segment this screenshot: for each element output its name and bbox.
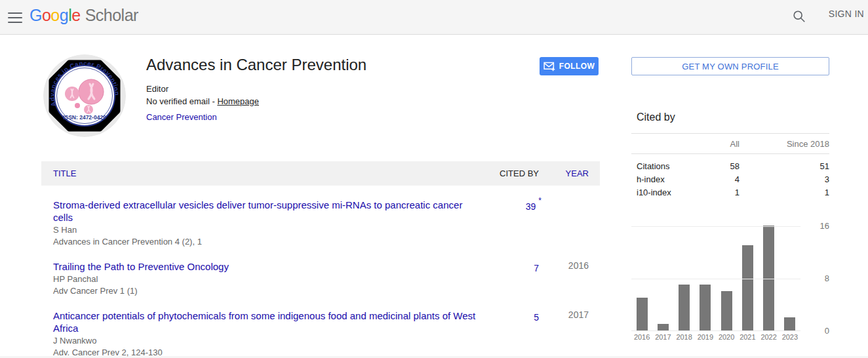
chart-year-label: 2018 (674, 333, 695, 341)
chart-y-tick-label: 8 (814, 273, 829, 283)
sort-by-cited-header[interactable]: CITED BY (480, 169, 539, 178)
chart-bar-2023[interactable] (784, 226, 795, 330)
chart-gridline (631, 279, 800, 279)
follow-button-label: FOLLOW (559, 62, 595, 71)
google-scholar-logo[interactable]: GoogleScholar (30, 6, 138, 25)
profile-email-line: No verified email - Homepage (146, 95, 513, 108)
article-title-link[interactable]: Anticancer potentials of phytochemicals … (53, 309, 480, 334)
scholar-logo-word: Scholar (85, 6, 138, 24)
profile-avatar[interactable]: Advances in Cancer Prevention ISSN: 2472… (43, 54, 126, 137)
homepage-link[interactable]: Homepage (217, 96, 259, 106)
chart-y-tick-label: 0 (814, 326, 829, 336)
chart-year-label: 2022 (759, 333, 779, 341)
interest-link-cancer-prevention[interactable]: Cancer Prevention (146, 112, 217, 122)
sort-by-year-header[interactable]: YEAR (539, 169, 600, 178)
get-my-own-profile-button[interactable]: GET MY OWN PROFILE (631, 57, 829, 75)
sort-by-title-header[interactable]: TITLE (41, 169, 480, 178)
hamburger-menu-icon[interactable] (7, 9, 24, 25)
email-status-text: No verified email - (146, 96, 217, 106)
stat-since-value: 51 (740, 160, 829, 173)
chart-bar-rect[interactable] (742, 245, 753, 330)
stat-all-value: 58 (687, 160, 740, 173)
col-all-label: All (687, 139, 740, 149)
chart-year-label: 2021 (737, 333, 758, 341)
article-year: 2016 (539, 260, 600, 296)
chart-year-label: 2016 (631, 333, 652, 341)
profile-info: Advances in Cancer Prevention Editor No … (146, 56, 513, 123)
chart-bar-rect[interactable] (700, 285, 711, 330)
stat-row-i10-index: i10-index 1 1 (631, 186, 829, 199)
cited-by-count-link[interactable]: 5 (534, 312, 539, 323)
follow-envelope-icon (543, 62, 555, 71)
article-venue: Advances in Cancer Prevention 4 (2), 1 (53, 237, 480, 247)
chart-year-label: 2019 (695, 333, 716, 341)
stat-label[interactable]: h-index (631, 173, 687, 186)
chart-bar-2017[interactable] (658, 226, 669, 330)
citation-asterisk[interactable]: * (538, 196, 542, 205)
page-bottom-divider (0, 357, 868, 357)
cited-by-count-link[interactable]: 7 (534, 263, 539, 273)
cited-by-count-link[interactable]: 39 (526, 201, 536, 212)
stat-since-value: 3 (740, 173, 829, 186)
chart-bar-rect[interactable] (679, 285, 690, 330)
chart-bar-rect[interactable] (658, 324, 669, 330)
article-year (539, 199, 600, 247)
chart-y-tick-label: 16 (814, 221, 829, 231)
google-logo-word: Google (30, 6, 81, 24)
article-authors: S Han (53, 225, 480, 235)
articles-table: TITLE CITED BY YEAR Stroma-derived extra… (41, 161, 600, 358)
chart-bar-rect[interactable] (721, 291, 732, 330)
chart-bar-2016[interactable] (637, 226, 648, 330)
article-row: Stroma-derived extracellular vesicles de… (41, 199, 600, 247)
articles-table-header: TITLE CITED BY YEAR (41, 161, 600, 186)
chart-year-label: 2020 (716, 333, 737, 341)
chart-year-label: 2017 (652, 333, 673, 341)
chart-bar-2021[interactable] (742, 226, 753, 330)
article-authors: J Nwankwo (53, 336, 480, 346)
stat-row-citations: Citations 58 51 (631, 160, 829, 173)
top-app-bar: GoogleScholar SIGN IN (0, 0, 868, 35)
stat-since-value: 1 (740, 186, 829, 199)
chart-gridline (631, 226, 800, 227)
chart-x-axis-labels: 20162017201820192020202120222023 (631, 333, 800, 341)
cited-by-title[interactable]: Cited by (631, 111, 829, 123)
svg-text:ISSN: 2472-0429: ISSN: 2472-0429 (63, 114, 106, 121)
article-year: 2017 (539, 309, 600, 358)
chart-year-label: 2023 (779, 333, 800, 341)
sign-in-button[interactable]: SIGN IN (829, 9, 864, 19)
article-venue: Adv Cancer Prev 1 (1) (53, 286, 480, 296)
stat-all-value: 4 (687, 173, 740, 186)
profile-role: Editor (146, 83, 513, 95)
follow-button[interactable]: FOLLOW (540, 57, 599, 75)
get-my-own-profile-label: GET MY OWN PROFILE (682, 62, 779, 71)
article-row: Trailing the Path to Preventive Oncology… (41, 260, 600, 296)
col-since-label: Since 2018 (740, 139, 829, 149)
chart-bar-2022[interactable] (763, 226, 774, 330)
chart-bar-2019[interactable] (700, 226, 711, 330)
cited-by-columns-header: All Since 2018 (631, 134, 829, 153)
profile-name: Advances in Cancer Prevention (146, 56, 513, 74)
cited-by-panel: Cited by All Since 2018 Citations 58 51 … (631, 111, 829, 199)
chart-bar-rect[interactable] (763, 226, 774, 330)
stat-all-value: 1 (687, 186, 740, 199)
chart-bars (631, 226, 800, 330)
chart-bar-rect[interactable] (784, 317, 795, 330)
stat-label[interactable]: i10-index (631, 186, 687, 199)
chart-bar-2018[interactable] (679, 226, 690, 330)
chart-bar-rect[interactable] (637, 298, 648, 330)
search-icon[interactable] (788, 5, 810, 28)
article-row: Anticancer potentials of phytochemicals … (41, 309, 600, 358)
stat-row-h-index: h-index 4 3 (631, 173, 829, 186)
article-title-link[interactable]: Trailing the Path to Preventive Oncology (53, 260, 480, 273)
article-authors: HP Panchal (53, 274, 480, 285)
citations-per-year-chart: 0816 20162017201820192020202120222023 (631, 226, 829, 344)
stat-label[interactable]: Citations (631, 160, 687, 173)
article-title-link[interactable]: Stroma-derived extracellular vesicles de… (53, 199, 480, 224)
citations-chart-plot: 0816 (631, 226, 800, 331)
chart-bar-2020[interactable] (721, 226, 732, 330)
